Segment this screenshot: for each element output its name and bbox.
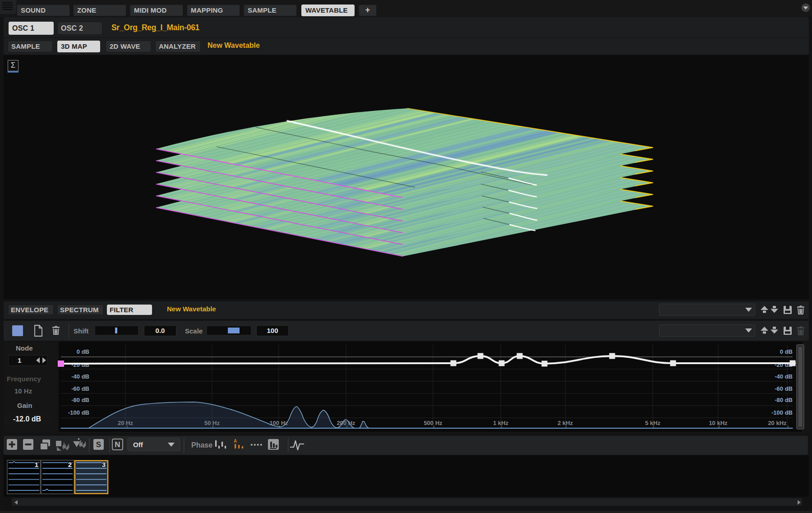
svg-text:2: 2 [68,461,72,468]
svg-text:3: 3 [102,461,106,468]
svg-text:1: 1 [35,461,38,468]
